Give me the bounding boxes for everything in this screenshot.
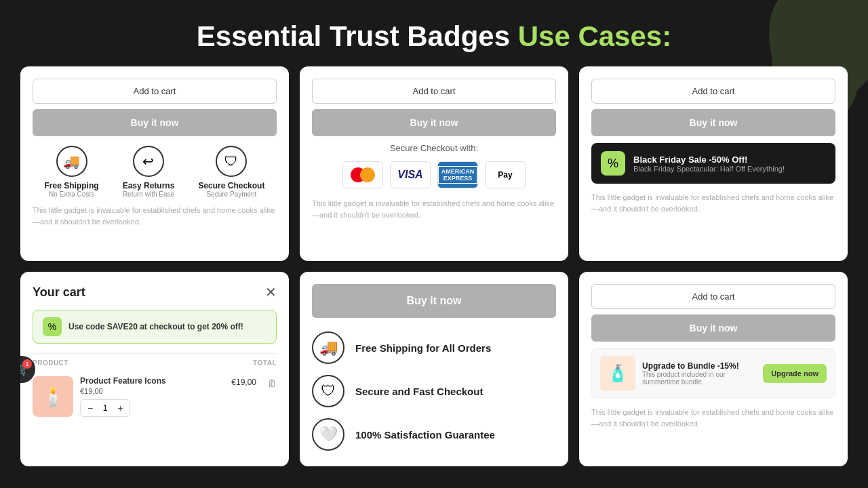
bf-sub: Black Friday Spectacular: Half Off Every… [633, 165, 785, 173]
title-green: Use Cases: [518, 20, 671, 52]
apple-pay-badge: Pay [485, 161, 526, 188]
trust-icon-shipping: 🚚 Free Shipping No Extra Costs [45, 146, 99, 198]
promo-text: Use code SAVE20 at checkout to get 20% o… [68, 322, 243, 331]
cart-title: Your cart [33, 285, 85, 300]
bundle-banner: 🧴 Upgrade to Bundle -15%! This product i… [591, 348, 835, 399]
cart-col-total: TOTAL [253, 359, 277, 367]
add-to-cart-button-2[interactable]: Add to cart [312, 79, 556, 104]
visa-badge: VISA [390, 161, 431, 188]
trust-icon-returns: ↩ Easy Returns Return with Ease [123, 146, 175, 198]
percent-icon: % [601, 151, 625, 176]
feature-satisfaction-icon: 🤍 [312, 418, 344, 451]
feature-shipping-text: Free Shipping for All Orders [355, 342, 491, 354]
card-payment-methods: Add to cart Buy it now Secure Checkout w… [300, 66, 568, 261]
card2-desc: This little gadget is invaluable for est… [312, 198, 556, 220]
feature-list: 🚚 Free Shipping for All Orders 🛡 Secure … [312, 329, 556, 453]
promo-percent-icon: % [43, 317, 62, 336]
cart-badge: 1 [22, 359, 32, 369]
buy-now-button-2[interactable]: Buy it now [312, 109, 556, 136]
black-friday-banner: % Black Friday Sale -50% Off! Black Frid… [591, 143, 835, 184]
amex-badge: AMERICANEXPRESS [437, 161, 478, 188]
buy-now-button-5[interactable]: Buy it now [312, 284, 556, 318]
add-to-cart-button-1[interactable]: Add to cart [33, 79, 277, 104]
feature-secure-icon: 🛡 [312, 375, 344, 407]
cart-item-image: 🕯️ [33, 376, 73, 417]
decrease-quantity-button[interactable]: − [86, 403, 94, 413]
feature-secure: 🛡 Secure and Fast Checkout [312, 375, 556, 407]
buy-now-button-6[interactable]: Buy it now [591, 314, 835, 342]
cart-item-price: €19,00 [80, 387, 224, 395]
cart-icon-wrapper: 🛒 1 [20, 362, 29, 377]
bundle-info: Upgrade to Bundle -15%! This product inc… [642, 361, 756, 386]
cart-promo-banner: % Use code SAVE20 at checkout to get 20%… [33, 310, 277, 344]
cart-item: 🕯️ Product Feature Icons €19,00 − 1 + €1… [33, 371, 277, 417]
bf-text: Black Friday Sale -50% Off! Black Friday… [633, 155, 785, 173]
close-icon[interactable]: ✕ [265, 284, 277, 300]
cards-grid: Add to cart Buy it now 🚚 Free Shipping N… [0, 66, 868, 480]
delete-cart-item-icon[interactable]: 🗑 [267, 376, 277, 388]
amex-inner: AMERICANEXPRESS [438, 166, 478, 184]
title-white: Essential Trust Badges [197, 20, 510, 52]
upgrade-now-button[interactable]: Upgrade now [763, 364, 827, 383]
add-to-cart-button-6[interactable]: Add to cart [591, 284, 835, 309]
payment-icons-row: VISA AMERICANEXPRESS Pay [312, 161, 556, 188]
returns-sublabel: Return with Ease [123, 190, 175, 198]
trust-icon-secure: 🛡 Secure Checkout Secure Payment [198, 146, 264, 198]
cart-col-product: PRODUCT [33, 359, 68, 367]
cart-item-name: Product Feature Icons [80, 376, 224, 386]
feature-satisfaction-text: 100% Satisfaction Guarantee [355, 429, 495, 441]
bundle-sub: This product included in our summertime … [642, 371, 756, 386]
buy-now-button-1[interactable]: Buy it now [33, 109, 277, 136]
card-trust-icons: Add to cart Buy it now 🚚 Free Shipping N… [20, 66, 289, 261]
page-title: Essential Trust Badges Use Cases: [0, 0, 868, 66]
cart-header: Your cart ✕ [33, 284, 277, 300]
trust-icons-row: 🚚 Free Shipping No Extra Costs ↩ Easy Re… [33, 146, 277, 198]
cart-table-header: PRODUCT TOTAL [33, 353, 277, 371]
bundle-image: 🧴 [600, 356, 635, 391]
card-cart: 🛒 1 Your cart ✕ % Use code SAVE20 at che… [20, 272, 289, 466]
secure-label: Secure Checkout [198, 181, 264, 190]
cart-item-details: Product Feature Icons €19,00 − 1 + [80, 376, 224, 417]
card-bundle: Add to cart Buy it now 🧴 Upgrade to Bund… [579, 272, 848, 466]
card6-desc: This little gadget is invaluable for est… [591, 407, 835, 429]
mastercard-badge [342, 161, 383, 188]
feature-shipping-icon: 🚚 [312, 331, 344, 364]
increase-quantity-button[interactable]: + [116, 403, 124, 413]
returns-icon: ↩ [133, 146, 164, 177]
quantity-value: 1 [100, 403, 111, 413]
secure-checkout-label: Secure Checkout with: [312, 143, 556, 153]
cart-item-total: €19,00 [231, 376, 256, 387]
shipping-sublabel: No Extra Costs [45, 190, 99, 198]
card-black-friday: Add to cart Buy it now % Black Friday Sa… [579, 66, 848, 261]
feature-satisfaction: 🤍 100% Satisfaction Guarantee [312, 418, 556, 451]
feature-shipping: 🚚 Free Shipping for All Orders [312, 331, 556, 364]
cart-quantity-control: − 1 + [80, 399, 130, 417]
shipping-label: Free Shipping [45, 181, 99, 190]
feature-secure-text: Secure and Fast Checkout [355, 386, 483, 397]
add-to-cart-button-3[interactable]: Add to cart [591, 79, 835, 104]
secure-sublabel: Secure Payment [198, 190, 264, 198]
card1-desc: This little gadget is invaluable for est… [33, 205, 277, 227]
bundle-title: Upgrade to Bundle -15%! [642, 361, 756, 371]
mc-right-circle [360, 167, 375, 182]
card-feature-list: Buy it now 🚚 Free Shipping for All Order… [300, 272, 568, 466]
bf-title: Black Friday Sale -50% Off! [633, 155, 785, 165]
returns-label: Easy Returns [123, 181, 175, 190]
card3-desc: This little gadget is invaluable for est… [591, 192, 835, 214]
secure-icon: 🛡 [216, 146, 247, 177]
shipping-icon: 🚚 [56, 146, 87, 177]
buy-now-button-3[interactable]: Buy it now [591, 109, 835, 136]
product-image-placeholder: 🕯️ [41, 386, 65, 408]
